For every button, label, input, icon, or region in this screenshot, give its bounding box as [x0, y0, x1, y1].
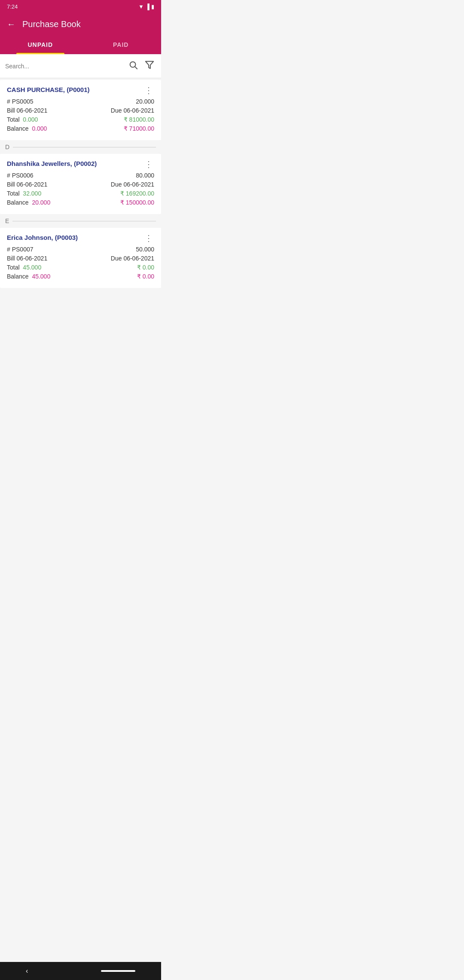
card-cash-purchase: CASH PURCHASE, (P0001) ⋮ # PS0005 20.000… — [0, 80, 161, 140]
status-time: 7:24 — [7, 3, 18, 10]
search-button[interactable] — [127, 58, 140, 74]
row-ps-erica: # PS0007 50.000 — [7, 246, 154, 253]
search-icon — [128, 60, 138, 70]
wifi-icon: ▼ — [138, 3, 144, 10]
section-divider-d: D — [0, 142, 161, 152]
status-icons: ▼ ▐ ▮ — [138, 3, 154, 10]
svg-marker-2 — [146, 61, 153, 69]
row-balance-erica: Balance 45.000 ₹ 0.00 — [7, 273, 154, 280]
card-dhanshika: Dhanshika Jewellers, (P0002) ⋮ # PS0006 … — [0, 154, 161, 214]
card-title-dhanshika[interactable]: Dhanshika Jewellers, (P0002) — [7, 160, 143, 167]
tab-paid[interactable]: PAID — [81, 35, 162, 54]
tab-unpaid[interactable]: UNPAID — [0, 35, 81, 54]
filter-button[interactable] — [143, 58, 156, 74]
card-header-erica: Erica Johnson, (P0003) ⋮ — [7, 234, 154, 242]
more-options-cash-purchase[interactable]: ⋮ — [143, 86, 154, 95]
app-header: ← Purchase Book — [0, 13, 161, 35]
card-header-cash-purchase: CASH PURCHASE, (P0001) ⋮ — [7, 86, 154, 95]
search-input[interactable] — [5, 63, 123, 70]
signal-icon: ▐ — [146, 3, 150, 10]
row-dates-erica: Bill 06-06-2021 Due 06-06-2021 — [7, 255, 154, 262]
row-dates-dhanshika: Bill 06-06-2021 Due 06-06-2021 — [7, 181, 154, 188]
tabs-bar: UNPAID PAID — [0, 35, 161, 54]
page-title: Purchase Book — [22, 19, 81, 29]
section-c: CASH PURCHASE, (P0001) ⋮ # PS0005 20.000… — [0, 80, 161, 140]
row-total-dhanshika: Total 32.000 ₹ 169200.00 — [7, 190, 154, 197]
row-total-erica: Total 45.000 ₹ 0.00 — [7, 264, 154, 271]
search-bar — [0, 54, 161, 78]
card-erica: Erica Johnson, (P0003) ⋮ # PS0007 50.000… — [0, 228, 161, 288]
section-e: Erica Johnson, (P0003) ⋮ # PS0007 50.000… — [0, 228, 161, 288]
more-options-dhanshika[interactable]: ⋮ — [143, 160, 154, 168]
row-balance-cash-purchase: Balance 0.000 ₹ 71000.00 — [7, 125, 154, 132]
back-button[interactable]: ← — [7, 19, 15, 29]
row-ps-dhanshika: # PS0006 80.000 — [7, 172, 154, 179]
card-title-cash-purchase[interactable]: CASH PURCHASE, (P0001) — [7, 86, 143, 93]
card-title-erica[interactable]: Erica Johnson, (P0003) — [7, 234, 143, 241]
filter-icon — [145, 60, 154, 70]
row-balance-dhanshika: Balance 20.000 ₹ 150000.00 — [7, 199, 154, 206]
section-d: Dhanshika Jewellers, (P0002) ⋮ # PS0006 … — [0, 154, 161, 214]
section-divider-e: E — [0, 216, 161, 226]
battery-icon: ▮ — [151, 3, 154, 10]
status-bar: 7:24 ▼ ▐ ▮ — [0, 0, 161, 13]
more-options-erica[interactable]: ⋮ — [143, 234, 154, 242]
svg-line-1 — [135, 67, 137, 69]
row-ps-cash-purchase: # PS0005 20.000 — [7, 98, 154, 105]
card-header-dhanshika: Dhanshika Jewellers, (P0002) ⋮ — [7, 160, 154, 168]
row-dates-cash-purchase: Bill 06-06-2021 Due 06-06-2021 — [7, 107, 154, 114]
row-total-cash-purchase: Total 0.000 ₹ 81000.00 — [7, 116, 154, 123]
